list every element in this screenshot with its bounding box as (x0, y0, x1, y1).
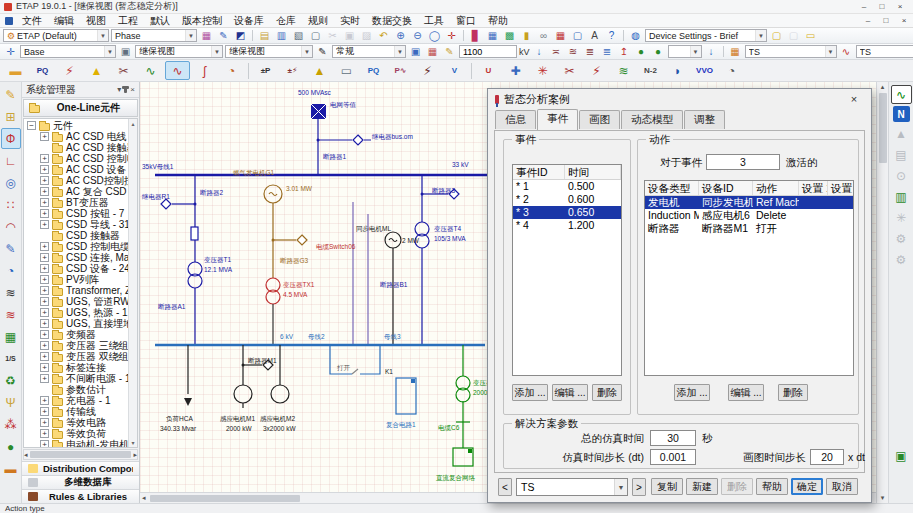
curves-icon[interactable]: ≋ (611, 61, 636, 80)
globe-icon[interactable]: ◍ (628, 29, 643, 42)
restore-button[interactable]: □ (873, 0, 891, 13)
pvq-icon[interactable]: ◔ (719, 61, 744, 80)
help-icon[interactable]: ? (604, 29, 619, 42)
palette-icon[interactable]: ▦ (199, 29, 214, 42)
control-circuit2-icon[interactable]: ≋ (1, 304, 21, 325)
expand-icon[interactable]: + (40, 275, 49, 284)
menu-8[interactable]: 规则 (302, 14, 334, 27)
child-close-button[interactable]: × (895, 14, 913, 27)
menu-3[interactable]: 工程 (112, 14, 144, 27)
sidebar-button-2[interactable]: Rules & Libraries (22, 489, 139, 503)
status-dot-icon[interactable]: ● (1, 436, 21, 457)
sidebar-button-1[interactable]: 多维数据库 (22, 475, 139, 489)
dialog-titlebar[interactable]: 暂态分析案例 × (488, 89, 871, 109)
reliability-icon[interactable]: ◔ (219, 61, 244, 80)
expand-icon[interactable]: + (40, 264, 49, 273)
oneline-mode-icon[interactable]: Φ (1, 128, 21, 149)
dc-lightning-icon[interactable]: ⚡ (415, 61, 440, 80)
vvo-icon[interactable]: VVO (692, 61, 717, 80)
expand-icon[interactable]: + (40, 418, 49, 427)
marker2-icon[interactable]: ✎ (442, 45, 457, 58)
menu-4[interactable]: 默认 (144, 14, 176, 27)
menu-2[interactable]: 视图 (80, 14, 112, 27)
expand-icon[interactable]: + (40, 176, 49, 185)
expand-icon[interactable]: + (40, 187, 49, 196)
menu-6[interactable]: 设备库 (228, 14, 270, 27)
sidebar-hscrollbar[interactable]: ◂ ▸ (23, 449, 138, 460)
save-icon[interactable]: ▥ (274, 29, 289, 42)
tree-item-13[interactable]: +PV列阵 (24, 274, 137, 285)
actions-table[interactable]: 设备类型设备ID动作设置 1设置 2发电机同步发电机8Ref MachineIn… (644, 180, 854, 376)
panel-grid-icon[interactable]: ≣ (583, 45, 598, 58)
expand-icon[interactable]: + (40, 363, 49, 372)
device-settings-combo[interactable]: Device Settings - Brief▼ (645, 29, 767, 42)
pen-icon[interactable]: ✎ (216, 29, 231, 42)
expand-icon[interactable]: + (40, 297, 49, 306)
search-icon[interactable]: ⊙ (891, 166, 912, 185)
expand-icon[interactable]: + (40, 396, 49, 405)
action-add-button[interactable]: 添加 ... (674, 384, 710, 401)
grid-color-icon[interactable]: ▩ (502, 29, 517, 42)
print-icon[interactable]: ▧ (291, 29, 306, 42)
menu-7[interactable]: 仓库 (270, 14, 302, 27)
dialog-close-icon[interactable]: × (844, 93, 864, 105)
ground-loop-icon[interactable]: ◎ (1, 172, 21, 193)
star-systems-icon[interactable]: ⁂ (1, 414, 21, 435)
menu-10[interactable]: 数据交换 (366, 14, 418, 27)
vessel-icon[interactable]: ◗ (665, 61, 690, 80)
short-circuit-icon[interactable]: ⚡ (57, 61, 82, 80)
menu-11[interactable]: 工具 (418, 14, 450, 27)
raceway-icon[interactable]: ∟ (1, 150, 21, 171)
for-event-input[interactable]: 3 (706, 154, 780, 170)
events-list[interactable]: 事件ID时间* 10.500* 20.600* 30.650* 41.200 (512, 164, 622, 376)
panel-green-icon[interactable]: ▣ (891, 446, 912, 465)
aux-combo[interactable]: ▼ (668, 45, 702, 58)
pq-circle-icon[interactable]: U (476, 61, 501, 80)
action-delete-button[interactable]: 删除 (778, 384, 808, 401)
ground2-icon[interactable]: ≋ (566, 45, 581, 58)
down-arrow-icon[interactable]: ↓ (532, 45, 547, 58)
preview-icon[interactable]: ▢ (308, 29, 323, 42)
bottom-bar-icon[interactable]: ▬ (1, 458, 21, 479)
zoom-out-icon[interactable]: ⊖ (410, 29, 425, 42)
menu-12[interactable]: 窗口 (450, 14, 482, 27)
expand-icon[interactable]: + (40, 253, 49, 262)
panel-systems-icon[interactable]: ∷ (1, 194, 21, 215)
mode-pen-icon[interactable]: ✎ (315, 45, 330, 58)
transient-plot-icon[interactable]: ∿ (891, 85, 912, 104)
event-edit-button[interactable]: 编辑 ... (552, 384, 588, 401)
dashboard-icon[interactable]: ◔ (1, 260, 21, 281)
canvas-vscrollbar[interactable]: ▴ ▾ (876, 82, 888, 503)
switch-tool-icon[interactable]: ✂ (557, 61, 582, 80)
lightning2-icon[interactable]: ⚡ (584, 61, 609, 80)
expand-icon[interactable]: + (40, 165, 49, 174)
copy-icon[interactable]: ▣ (342, 29, 357, 42)
scroll-right-icon[interactable]: ▸ (133, 451, 137, 459)
n2-icon[interactable]: N-2 (638, 61, 663, 80)
scroll-up-icon[interactable]: ▴ (881, 83, 885, 91)
report-icon[interactable]: ▤ (891, 145, 912, 164)
dc-load-flow-icon[interactable]: PQ (361, 61, 386, 80)
expand-icon[interactable]: + (40, 209, 49, 218)
table-row[interactable]: * 20.600 (513, 193, 621, 206)
edit-toolbar-icon[interactable]: ▬ (3, 61, 28, 80)
expand-icon[interactable]: + (40, 407, 49, 416)
network-analysis-icon[interactable]: N (893, 106, 910, 122)
expand-icon[interactable]: + (40, 154, 49, 163)
tree-item-28[interactable]: +电动机-发电机装置 (24, 439, 137, 448)
pin-tool-icon[interactable]: ↥ (617, 45, 632, 58)
window-icon[interactable]: ▢ (570, 29, 585, 42)
tree-vscrollbar[interactable]: ▴▾ (128, 119, 137, 447)
lock-icon[interactable]: ▮ (519, 29, 534, 42)
control-circuit-icon[interactable]: ≋ (1, 282, 21, 303)
gears-icon[interactable]: ⚙ (891, 229, 912, 248)
new-button[interactable]: 新建 (686, 478, 718, 495)
panel-close-icon[interactable]: × (130, 85, 135, 94)
expand-icon[interactable]: + (40, 220, 49, 229)
project-view-icon[interactable]: ⊞ (1, 106, 21, 127)
panel-grid2-icon[interactable]: ≣ (600, 45, 615, 58)
tab-画图[interactable]: 画图 (579, 110, 620, 129)
base-mode-icon[interactable]: ✛ (3, 45, 18, 58)
tab-动态模型[interactable]: 动态模型 (621, 110, 683, 129)
step-input[interactable]: 0.001 (650, 449, 696, 465)
